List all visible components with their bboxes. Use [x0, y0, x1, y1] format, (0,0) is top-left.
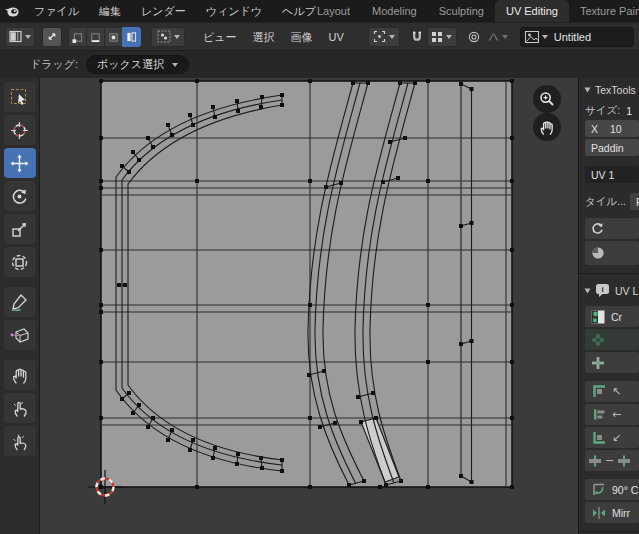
magnet-icon	[411, 30, 423, 43]
drag-mode-value: ボックス選択	[97, 57, 164, 72]
uv-channel-value: UV 1	[591, 169, 614, 181]
tool-relax[interactable]	[4, 393, 36, 423]
plus-cross-icon	[591, 356, 605, 370]
checker-map-button[interactable]	[585, 241, 639, 265]
x-value: 10	[610, 123, 622, 135]
tool-grab[interactable]	[4, 360, 36, 390]
menu-view[interactable]: ビュー	[195, 23, 245, 51]
tool-rotate[interactable]	[4, 181, 36, 211]
padding-label: Paddin	[591, 142, 624, 154]
grab-hand-icon	[11, 366, 29, 385]
tab-modeling[interactable]: Modeling	[361, 0, 428, 22]
menu-image[interactable]: 画像	[283, 23, 321, 51]
menu-file[interactable]: ファイル	[24, 0, 89, 22]
menu-select[interactable]: 選択	[245, 23, 283, 51]
vertex-mode-icon	[72, 31, 83, 43]
align-top-left-button[interactable]: ↖	[585, 381, 639, 402]
rotate-ccw-icon	[591, 482, 607, 498]
textools-title: TexTools	[595, 84, 636, 96]
blender-window: ファイル 編集 レンダー ウィンドウ ヘルプ Layout Modeling S…	[0, 0, 639, 534]
tile-label: タイル...	[585, 195, 626, 209]
distribute-horizontal-icon	[617, 454, 631, 468]
tool-scale[interactable]	[4, 214, 36, 244]
pinch-finger-icon	[11, 432, 29, 451]
size-field[interactable]: サイズ: 1	[585, 104, 639, 118]
select-mode-island[interactable]	[122, 27, 141, 47]
rotate-90-button[interactable]: 90° C	[585, 479, 639, 500]
mirror-icon	[591, 505, 607, 521]
create-button[interactable]: Cr	[585, 306, 639, 327]
tab-texture-paint[interactable]: Texture Paint	[569, 0, 639, 22]
pan-button[interactable]	[533, 113, 561, 141]
uv-editor-viewport[interactable]	[40, 78, 578, 534]
clover-tool-button[interactable]	[585, 329, 639, 350]
arrow-down-left: ↙	[612, 431, 621, 444]
falloff-dropdown[interactable]	[484, 27, 512, 47]
gizmo-plus-button[interactable]	[585, 352, 639, 373]
uv-channel-selector[interactable]: UV 1	[585, 166, 639, 183]
proportional-circles-icon	[468, 30, 480, 44]
align-left-button[interactable]: ←	[585, 404, 639, 425]
clover-icon	[591, 333, 605, 347]
uv-layout-panel-header[interactable]: i UV L	[585, 283, 639, 298]
snap-grid-icon	[431, 31, 443, 43]
size-x-field[interactable]: X 10	[585, 120, 639, 137]
sync-arrows-icon	[46, 30, 58, 43]
tab-sculpting[interactable]: Sculpting	[428, 0, 495, 22]
chevron-down-icon	[585, 288, 591, 293]
minus-icon: −	[605, 454, 614, 467]
uv-sync-select-toggle[interactable]	[42, 27, 62, 47]
tool-pinch[interactable]	[4, 426, 36, 456]
drag-mode-dropdown[interactable]: ボックス選択	[86, 55, 189, 74]
snap-target-dropdown[interactable]	[427, 27, 457, 47]
arrow-left: ←	[612, 408, 621, 421]
tile-field[interactable]: タイル... F	[585, 193, 639, 210]
menu-uv[interactable]: UV	[321, 23, 352, 51]
align-bottom-left-button[interactable]: ↙	[585, 427, 639, 448]
select-mode-vertex[interactable]	[68, 27, 87, 47]
tool-cursor-2d[interactable]	[4, 115, 36, 145]
proportional-edit-toggle[interactable]	[464, 27, 484, 47]
pivot-point-dropdown[interactable]	[368, 27, 400, 47]
panel-separator	[579, 273, 639, 275]
corner-top-left-icon	[591, 384, 607, 400]
relax-finger-icon	[11, 399, 29, 418]
sidebar-panel: TexTools サイズ: 1 X 10 Paddin UV 1 タイル...	[578, 78, 639, 534]
image-editor-icon	[9, 30, 22, 43]
size-label: サイズ:	[585, 104, 620, 118]
padding-field[interactable]: Paddin	[585, 139, 639, 156]
tab-layout[interactable]: Layout	[306, 0, 361, 22]
uv-layout-title: UV L	[615, 285, 638, 297]
tab-uv-editing[interactable]: UV Editing	[495, 0, 569, 22]
x-label: X	[591, 123, 598, 135]
tool-transform[interactable]	[4, 247, 36, 277]
tool-annotate[interactable]	[4, 287, 36, 317]
reload-button[interactable]	[585, 218, 639, 239]
uv-canvas[interactable]	[40, 78, 578, 534]
menu-render[interactable]: レンダー	[131, 0, 196, 22]
face-mode-icon	[108, 31, 119, 43]
textools-panel-header[interactable]: TexTools	[585, 84, 639, 96]
sticky-select-dropdown[interactable]	[151, 27, 185, 47]
menu-edit[interactable]: 編集	[89, 0, 131, 22]
image-datablock-field[interactable]: Untitled	[520, 27, 634, 47]
panel-separator	[579, 531, 639, 533]
tool-move[interactable]	[4, 148, 36, 178]
mirror-button[interactable]: Mirr	[585, 502, 639, 523]
distribute-buttons-row[interactable]: −	[585, 450, 639, 471]
editor-type-dropdown[interactable]	[5, 27, 35, 47]
tool-tweak-select[interactable]	[4, 82, 36, 112]
select-mode-edge[interactable]	[86, 27, 105, 47]
zoom-button[interactable]	[533, 85, 561, 113]
cursor-2d-icon	[10, 121, 29, 140]
menu-window[interactable]: ウィンドウ	[196, 0, 272, 22]
falloff-curve-icon	[488, 31, 499, 43]
select-mode-face[interactable]	[104, 27, 123, 47]
refresh-icon	[591, 222, 604, 235]
blender-logo-icon[interactable]	[0, 4, 24, 18]
tool-measure[interactable]	[4, 320, 36, 350]
info-bubble-icon: i	[595, 283, 611, 298]
size-value: 1	[626, 105, 632, 117]
snap-toggle[interactable]	[407, 27, 427, 47]
workspace-tabs: Layout Modeling Sculpting UV Editing Tex…	[306, 0, 639, 22]
